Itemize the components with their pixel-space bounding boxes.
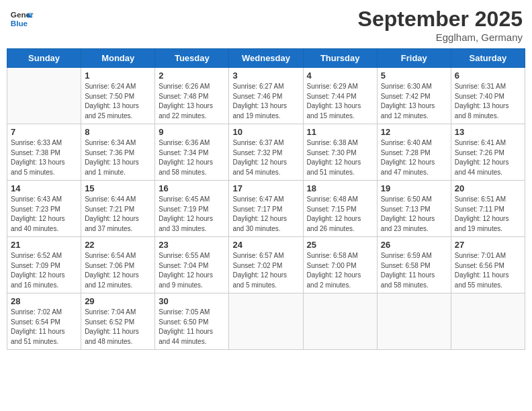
- calendar-cell: 2Sunrise: 6:26 AM Sunset: 7:48 PM Daylig…: [155, 68, 229, 124]
- calendar-cell: 21Sunrise: 6:52 AM Sunset: 7:09 PM Dayli…: [7, 237, 81, 293]
- calendar-cell: [303, 293, 377, 350]
- calendar-cell: 6Sunrise: 6:31 AM Sunset: 7:40 PM Daylig…: [451, 68, 525, 124]
- page-header: General Blue September 2025 Egglham, Ger…: [7, 7, 525, 43]
- day-info: Sunrise: 6:55 AM Sunset: 7:04 PM Dayligh…: [159, 251, 225, 290]
- day-info: Sunrise: 6:30 AM Sunset: 7:42 PM Dayligh…: [381, 82, 447, 121]
- calendar-cell: 12Sunrise: 6:40 AM Sunset: 7:28 PM Dayli…: [377, 124, 451, 181]
- day-number: 5: [381, 71, 447, 81]
- calendar-cell: 28Sunrise: 7:02 AM Sunset: 6:54 PM Dayli…: [7, 293, 81, 350]
- day-info: Sunrise: 6:40 AM Sunset: 7:28 PM Dayligh…: [381, 138, 447, 177]
- day-info: Sunrise: 6:51 AM Sunset: 7:11 PM Dayligh…: [455, 195, 521, 234]
- day-number: 26: [381, 240, 447, 250]
- calendar-cell: 18Sunrise: 6:48 AM Sunset: 7:15 PM Dayli…: [303, 181, 377, 237]
- day-info: Sunrise: 6:31 AM Sunset: 7:40 PM Dayligh…: [455, 82, 521, 121]
- calendar-cell: 23Sunrise: 6:55 AM Sunset: 7:04 PM Dayli…: [155, 237, 229, 293]
- day-number: 19: [381, 183, 447, 193]
- calendar-week-1: 7Sunrise: 6:33 AM Sunset: 7:38 PM Daylig…: [7, 124, 525, 181]
- day-number: 15: [85, 183, 151, 193]
- day-number: 2: [159, 71, 225, 81]
- weekday-header-monday: Monday: [81, 49, 155, 68]
- calendar-cell: 10Sunrise: 6:37 AM Sunset: 7:32 PM Dayli…: [229, 124, 303, 181]
- day-info: Sunrise: 6:59 AM Sunset: 6:58 PM Dayligh…: [381, 251, 447, 290]
- day-number: 20: [455, 183, 521, 193]
- day-number: 3: [232, 71, 299, 81]
- day-info: Sunrise: 6:38 AM Sunset: 7:30 PM Dayligh…: [307, 138, 373, 177]
- calendar-cell: 16Sunrise: 6:45 AM Sunset: 7:19 PM Dayli…: [155, 181, 229, 237]
- day-number: 23: [159, 240, 225, 250]
- day-number: 4: [307, 71, 373, 81]
- calendar-cell: 5Sunrise: 6:30 AM Sunset: 7:42 PM Daylig…: [377, 68, 451, 124]
- calendar-table: SundayMondayTuesdayWednesdayThursdayFrid…: [7, 48, 525, 350]
- day-info: Sunrise: 7:01 AM Sunset: 6:56 PM Dayligh…: [455, 251, 521, 290]
- calendar-cell: [229, 293, 303, 350]
- day-number: 25: [307, 240, 373, 250]
- calendar-cell: 7Sunrise: 6:33 AM Sunset: 7:38 PM Daylig…: [7, 124, 81, 181]
- day-number: 6: [455, 71, 521, 81]
- calendar-cell: [377, 293, 451, 350]
- calendar-cell: 17Sunrise: 6:47 AM Sunset: 7:17 PM Dayli…: [229, 181, 303, 237]
- day-number: 28: [11, 296, 77, 306]
- calendar-cell: 24Sunrise: 6:57 AM Sunset: 7:02 PM Dayli…: [229, 237, 303, 293]
- day-number: 24: [232, 240, 299, 250]
- calendar-week-0: 1Sunrise: 6:24 AM Sunset: 7:50 PM Daylig…: [7, 68, 525, 124]
- location-subtitle: Egglham, Germany: [358, 32, 523, 43]
- weekday-header-friday: Friday: [377, 49, 451, 68]
- calendar-cell: 13Sunrise: 6:41 AM Sunset: 7:26 PM Dayli…: [451, 124, 525, 181]
- weekday-header-sunday: Sunday: [7, 49, 81, 68]
- day-info: Sunrise: 6:34 AM Sunset: 7:36 PM Dayligh…: [85, 138, 151, 177]
- day-number: 13: [455, 127, 521, 137]
- calendar-cell: 3Sunrise: 6:27 AM Sunset: 7:46 PM Daylig…: [229, 68, 303, 124]
- day-info: Sunrise: 6:57 AM Sunset: 7:02 PM Dayligh…: [232, 251, 299, 290]
- month-title: September 2025: [358, 7, 523, 32]
- weekday-header-wednesday: Wednesday: [229, 49, 303, 68]
- day-info: Sunrise: 6:27 AM Sunset: 7:46 PM Dayligh…: [232, 82, 299, 121]
- day-number: 8: [85, 127, 151, 137]
- calendar-cell: 15Sunrise: 6:44 AM Sunset: 7:21 PM Dayli…: [81, 181, 155, 237]
- day-info: Sunrise: 6:36 AM Sunset: 7:34 PM Dayligh…: [159, 138, 225, 177]
- day-info: Sunrise: 6:47 AM Sunset: 7:17 PM Dayligh…: [232, 195, 299, 234]
- calendar-cell: 8Sunrise: 6:34 AM Sunset: 7:36 PM Daylig…: [81, 124, 155, 181]
- calendar-cell: [7, 68, 81, 124]
- day-info: Sunrise: 6:58 AM Sunset: 7:00 PM Dayligh…: [307, 251, 373, 290]
- calendar-cell: 20Sunrise: 6:51 AM Sunset: 7:11 PM Dayli…: [451, 181, 525, 237]
- day-info: Sunrise: 6:37 AM Sunset: 7:32 PM Dayligh…: [232, 138, 299, 177]
- calendar-cell: 26Sunrise: 6:59 AM Sunset: 6:58 PM Dayli…: [377, 237, 451, 293]
- calendar-week-4: 28Sunrise: 7:02 AM Sunset: 6:54 PM Dayli…: [7, 293, 525, 350]
- day-info: Sunrise: 6:43 AM Sunset: 7:23 PM Dayligh…: [11, 195, 77, 234]
- day-info: Sunrise: 6:33 AM Sunset: 7:38 PM Dayligh…: [11, 138, 77, 177]
- day-info: Sunrise: 7:04 AM Sunset: 6:52 PM Dayligh…: [85, 308, 151, 347]
- weekday-header-thursday: Thursday: [303, 49, 377, 68]
- day-info: Sunrise: 6:26 AM Sunset: 7:48 PM Dayligh…: [159, 82, 225, 121]
- calendar-cell: 22Sunrise: 6:54 AM Sunset: 7:06 PM Dayli…: [81, 237, 155, 293]
- logo-icon: General Blue: [9, 7, 34, 31]
- day-number: 30: [159, 296, 225, 306]
- day-number: 7: [11, 127, 77, 137]
- calendar-header: SundayMondayTuesdayWednesdayThursdayFrid…: [7, 49, 525, 68]
- day-info: Sunrise: 6:54 AM Sunset: 7:06 PM Dayligh…: [85, 251, 151, 290]
- title-area: September 2025 Egglham, Germany: [358, 7, 523, 43]
- logo: General Blue: [9, 7, 34, 31]
- day-number: 1: [85, 71, 151, 81]
- day-number: 14: [11, 183, 77, 193]
- day-info: Sunrise: 6:45 AM Sunset: 7:19 PM Dayligh…: [159, 195, 225, 234]
- calendar-cell: 1Sunrise: 6:24 AM Sunset: 7:50 PM Daylig…: [81, 68, 155, 124]
- day-number: 16: [159, 183, 225, 193]
- day-number: 12: [381, 127, 447, 137]
- calendar-cell: 9Sunrise: 6:36 AM Sunset: 7:34 PM Daylig…: [155, 124, 229, 181]
- calendar-week-3: 21Sunrise: 6:52 AM Sunset: 7:09 PM Dayli…: [7, 237, 525, 293]
- day-info: Sunrise: 6:24 AM Sunset: 7:50 PM Dayligh…: [85, 82, 151, 121]
- day-number: 29: [85, 296, 151, 306]
- day-info: Sunrise: 6:44 AM Sunset: 7:21 PM Dayligh…: [85, 195, 151, 234]
- day-info: Sunrise: 6:41 AM Sunset: 7:26 PM Dayligh…: [455, 138, 521, 177]
- day-number: 27: [455, 240, 521, 250]
- calendar-cell: 30Sunrise: 7:05 AM Sunset: 6:50 PM Dayli…: [155, 293, 229, 350]
- day-number: 22: [85, 240, 151, 250]
- calendar-cell: 14Sunrise: 6:43 AM Sunset: 7:23 PM Dayli…: [7, 181, 81, 237]
- day-number: 21: [11, 240, 77, 250]
- day-info: Sunrise: 7:05 AM Sunset: 6:50 PM Dayligh…: [159, 308, 225, 347]
- calendar-cell: [451, 293, 525, 350]
- day-info: Sunrise: 6:52 AM Sunset: 7:09 PM Dayligh…: [11, 251, 77, 290]
- weekday-header-tuesday: Tuesday: [155, 49, 229, 68]
- calendar-cell: 25Sunrise: 6:58 AM Sunset: 7:00 PM Dayli…: [303, 237, 377, 293]
- calendar-cell: 4Sunrise: 6:29 AM Sunset: 7:44 PM Daylig…: [303, 68, 377, 124]
